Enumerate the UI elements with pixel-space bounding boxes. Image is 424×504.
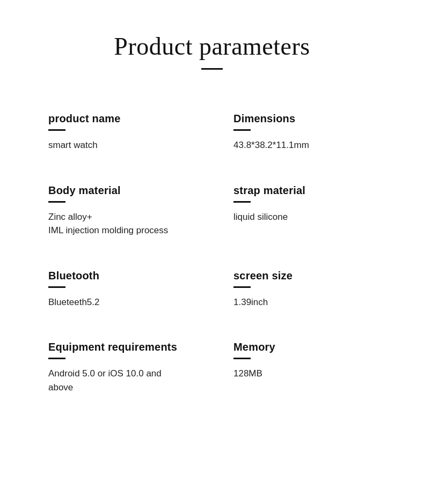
param-label-underline-screen-size — [233, 286, 251, 288]
param-label-underline-equipment-requirements — [48, 358, 65, 359]
param-label-body-material: Body material — [48, 184, 180, 197]
param-label-screen-size: screen size — [233, 270, 376, 282]
param-label-underline-body-material — [48, 201, 65, 203]
param-label-product-name: product name — [48, 113, 180, 125]
param-label-dimensions: Dimensions — [233, 113, 376, 125]
param-label-underline-bluetooth — [48, 286, 65, 288]
param-cell-bluetooth: BluetoothBlueteeth5.2 — [43, 254, 212, 325]
param-cell-product-name: product namesmart watch — [43, 97, 212, 168]
param-cell-dimensions: Dimensions43.8*38.2*11.1mm — [212, 97, 381, 168]
param-label-strap-material: strap material — [233, 184, 376, 197]
param-label-equipment-requirements: Equipment requirements — [48, 341, 180, 353]
page-container: Product parameters product namesmart wat… — [0, 0, 424, 504]
param-value-equipment-requirements: Android 5.0 or iOS 10.0 and above — [48, 367, 180, 394]
param-label-underline-strap-material — [233, 201, 251, 203]
param-value-dimensions: 43.8*38.2*11.1mm — [233, 138, 376, 152]
param-value-product-name: smart watch — [48, 138, 180, 152]
page-title-section: Product parameters — [43, 32, 381, 70]
param-value-body-material: Zinc alloy+ IML injection molding proces… — [48, 210, 180, 238]
param-label-underline-memory — [233, 358, 251, 359]
param-value-screen-size: 1.39inch — [233, 295, 376, 309]
page-title: Product parameters — [43, 32, 381, 61]
param-value-strap-material: liquid silicone — [233, 210, 376, 224]
param-label-bluetooth: Bluetooth — [48, 270, 180, 282]
param-label-memory: Memory — [233, 341, 376, 353]
param-cell-strap-material: strap materialliquid silicone — [212, 168, 381, 254]
param-cell-body-material: Body materialZinc alloy+ IML injection m… — [43, 168, 212, 254]
param-value-memory: 128MB — [233, 367, 376, 381]
title-underline — [201, 68, 223, 70]
params-grid: product namesmart watchDimensions43.8*38… — [43, 97, 381, 410]
param-cell-equipment-requirements: Equipment requirementsAndroid 5.0 or iOS… — [43, 325, 212, 410]
param-label-underline-dimensions — [233, 129, 251, 131]
param-value-bluetooth: Blueteeth5.2 — [48, 295, 180, 309]
param-cell-screen-size: screen size1.39inch — [212, 254, 381, 325]
param-label-underline-product-name — [48, 129, 65, 131]
param-cell-memory: Memory128MB — [212, 325, 381, 410]
